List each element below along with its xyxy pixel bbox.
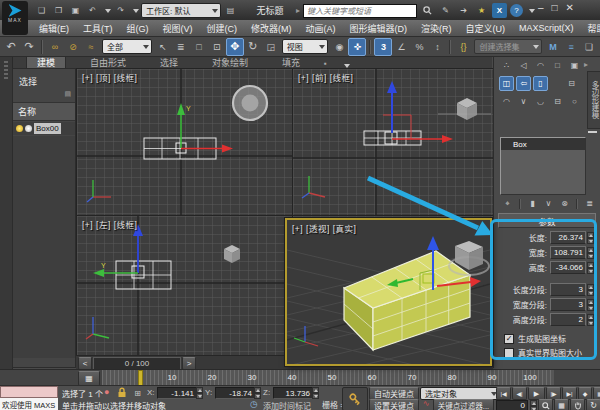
width-spinner[interactable] (587, 247, 594, 259)
ribbon-vertical-tab[interactable]: 多边形建模 (587, 71, 600, 129)
search-flyout-icon[interactable]: ▸ (296, 6, 300, 15)
ribbon-tab-selection[interactable]: 选择 (150, 57, 188, 68)
a360-icon[interactable]: X (492, 3, 507, 18)
mirror-icon[interactable]: M (544, 38, 562, 56)
menu-edit[interactable]: 编辑(E) (32, 22, 76, 35)
select-link-icon[interactable]: ∞ (46, 38, 64, 56)
explorer-filter-icon[interactable]: ▤ (13, 90, 75, 98)
key-filters-wave-icon[interactable]: ∿ (420, 399, 432, 410)
search-icon[interactable] (420, 3, 435, 18)
pin-stack-icon[interactable]: ⌖ (500, 196, 515, 211)
viewport-perspective-label[interactable]: [+] [透视] [真实] (292, 222, 356, 234)
maxscript-listener-pink[interactable] (0, 386, 58, 398)
undo-caret-icon[interactable] (105, 9, 111, 13)
use-pivot-center-icon[interactable]: ◉ (330, 38, 348, 56)
object-name[interactable]: Box00 (34, 123, 61, 134)
ribbon-tool5-icon[interactable]: ○ (567, 94, 582, 109)
favorites-star-icon[interactable]: ★ (474, 3, 489, 18)
menu-animation[interactable]: 动画(A) (299, 22, 343, 35)
save-icon[interactable]: ▣ (68, 3, 83, 18)
remove-modifier-icon[interactable]: ⊗ (557, 196, 572, 211)
coord-system-dropdown[interactable]: 视图 (282, 39, 329, 54)
open-file-icon[interactable]: ❒ (51, 3, 66, 18)
layer-manager-icon[interactable]: ❏ (580, 38, 598, 56)
y-coord-spinner[interactable] (254, 387, 261, 399)
generate-mapping-coords-checkbox[interactable]: ✓ (504, 334, 514, 344)
explorer-row-box001[interactable]: Box00 (13, 122, 75, 135)
time-slider-marker[interactable] (138, 370, 143, 386)
x-coord-field[interactable]: -1.141 (157, 387, 197, 399)
ribbon-vertex-icon[interactable]: ∴ (499, 58, 514, 73)
align-icon[interactable]: ≡ (562, 38, 580, 56)
ribbon-tab-freeform[interactable]: 自由形式 (80, 57, 136, 68)
sign-in-icon[interactable]: ➔ (456, 3, 471, 18)
menu-tools[interactable]: 工具(T) (76, 22, 120, 35)
select-rotate-icon[interactable]: ↻ (244, 38, 262, 56)
set-key-button[interactable]: 设置关键点 (369, 399, 419, 410)
x-coord-spinner[interactable] (196, 387, 203, 399)
viewport-perspective[interactable]: [+] [透视] [真实] (285, 218, 492, 366)
track-bar-ruler[interactable]: 10 20 30 40 50 60 70 80 90 100 (102, 370, 554, 386)
ribbon-options-icon[interactable]: ▪ (324, 59, 327, 68)
add-time-tag[interactable]: 添加时间标记 (263, 400, 311, 410)
ribbon-extra-icon[interactable]: ⊟ (564, 76, 579, 91)
real-world-map-size-checkbox[interactable] (504, 348, 514, 358)
ribbon-tool2-icon[interactable]: ∨ (516, 94, 531, 109)
set-keys-button[interactable] (342, 387, 368, 410)
key-filters-button[interactable]: 关键点过滤器... (433, 399, 494, 410)
new-file-icon[interactable]: ❏ (34, 3, 49, 18)
search-input[interactable]: 键入关键字或短语 (303, 4, 417, 18)
ribbon-select-mode-icon[interactable]: ▯ (533, 76, 548, 91)
length-segs-spinner[interactable] (587, 284, 594, 296)
minimize-button[interactable]: – (538, 2, 544, 13)
maxscript-listener-white[interactable]: 欢迎使用 MAXS (0, 398, 58, 410)
modifier-stack-list[interactable]: Box (500, 137, 586, 195)
show-end-result-icon[interactable]: ▮ (525, 196, 540, 211)
undo-toolbar-icon[interactable]: ↶ (2, 38, 20, 56)
percent-snap-icon[interactable]: % (410, 38, 428, 56)
ribbon-border-icon[interactable]: ◠ (533, 58, 548, 73)
menu-rendering[interactable]: 渲染(R) (414, 22, 459, 35)
ribbon-modify-mode-icon[interactable]: ◫ (499, 76, 514, 91)
close-button[interactable]: ✕ (566, 2, 574, 13)
rollout-minimized-dash[interactable] (588, 131, 597, 133)
pan-hand-icon[interactable] (570, 399, 585, 410)
frame-spinner[interactable] (530, 400, 537, 410)
viewport-top[interactable]: Y [+] [顶] [线框] (76, 68, 294, 217)
undo-icon[interactable]: ↶ (85, 3, 100, 18)
select-manipulate-icon[interactable]: ✜ (348, 38, 366, 56)
window-crossing-icon[interactable]: ⊡ (208, 38, 226, 56)
spinner-down-icon[interactable] (587, 253, 594, 259)
workspace-dropdown[interactable]: 工作区: 默认 (141, 3, 221, 18)
snaps-toggle-icon[interactable]: 3 (374, 38, 392, 56)
ribbon-polygon-icon[interactable]: □ (550, 58, 565, 73)
menu-views[interactable]: 视图(V) (156, 22, 200, 35)
ribbon-tab-modeling[interactable]: 建模 (26, 56, 66, 68)
redo-toolbar-icon[interactable]: ↷ (20, 38, 38, 56)
redo-icon[interactable]: ↷ (113, 3, 128, 18)
pen-tool-icon[interactable]: ✎ (438, 3, 453, 18)
rollout-collapse-icon[interactable]: − (502, 216, 507, 226)
ribbon-pin-mode-icon[interactable]: ⇦ (516, 76, 531, 91)
ribbon-tab-object-paint[interactable]: 对象绘制 (202, 57, 258, 68)
isolate-selection-icon[interactable]: ● (104, 387, 109, 397)
visibility-bulb-icon[interactable] (16, 125, 23, 132)
z-coord-field[interactable]: 13.736 (273, 387, 313, 399)
spinner-snap-icon[interactable]: ↕ (428, 38, 446, 56)
y-coord-field[interactable]: -18.74 (215, 387, 255, 399)
spinner-down-icon[interactable] (587, 238, 594, 244)
menu-create[interactable]: 创建(C) (200, 22, 245, 35)
current-frame-field[interactable]: 0 (496, 400, 528, 410)
height-spinner[interactable] (587, 262, 594, 274)
bind-spacewarp-icon[interactable]: ≈ (82, 38, 100, 56)
help-caret-icon[interactable] (529, 9, 535, 13)
spinner-down-icon[interactable] (587, 305, 594, 311)
maximize-button[interactable]: □ (552, 2, 558, 13)
spinner-down-icon[interactable] (587, 290, 594, 296)
make-unique-icon[interactable]: ∨ (541, 196, 556, 211)
explorer-empty-list[interactable] (13, 136, 75, 358)
select-by-name-icon[interactable]: ≣ (172, 38, 190, 56)
ribbon-tool4-icon[interactable]: ⊟ (550, 94, 565, 109)
unlink-icon[interactable]: ⊘ (64, 38, 82, 56)
named-sets-dropdown[interactable]: 创建选择集 (474, 39, 542, 54)
